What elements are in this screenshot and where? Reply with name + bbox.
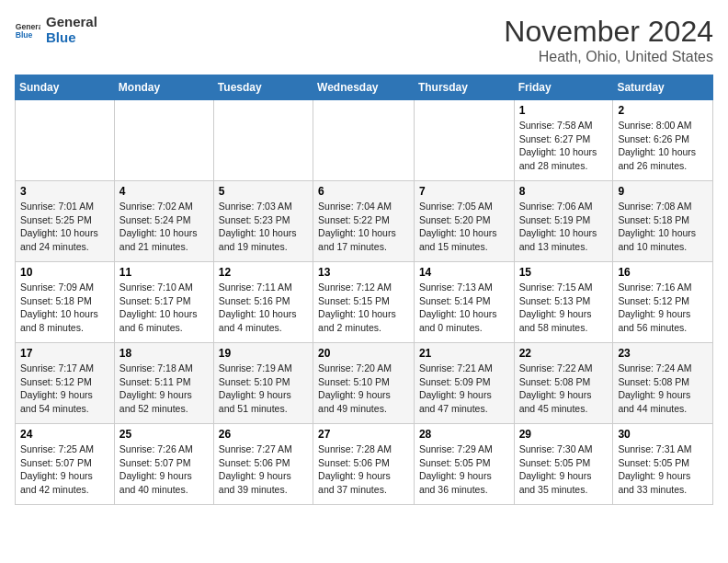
- week-row-1: 1Sunrise: 7:58 AM Sunset: 6:27 PM Daylig…: [16, 100, 713, 181]
- day-info: Sunrise: 7:06 AM Sunset: 5:19 PM Dayligh…: [519, 200, 609, 254]
- calendar-cell: 17Sunrise: 7:17 AM Sunset: 5:12 PM Dayli…: [16, 343, 115, 424]
- day-number: 14: [419, 266, 509, 279]
- calendar-cell: 4Sunrise: 7:02 AM Sunset: 5:24 PM Daylig…: [114, 181, 213, 262]
- weekday-header-row: SundayMondayTuesdayWednesdayThursdayFrid…: [16, 75, 713, 100]
- calendar-body: 1Sunrise: 7:58 AM Sunset: 6:27 PM Daylig…: [16, 100, 713, 505]
- day-number: 1: [519, 104, 609, 117]
- day-info: Sunrise: 7:01 AM Sunset: 5:25 PM Dayligh…: [20, 200, 109, 254]
- day-info: Sunrise: 7:13 AM Sunset: 5:14 PM Dayligh…: [419, 281, 509, 335]
- calendar-cell: 27Sunrise: 7:28 AM Sunset: 5:06 PM Dayli…: [313, 424, 415, 505]
- week-row-4: 17Sunrise: 7:17 AM Sunset: 5:12 PM Dayli…: [16, 343, 713, 424]
- day-number: 28: [419, 428, 509, 441]
- logo-blue: Blue: [46, 30, 97, 46]
- calendar-cell: 14Sunrise: 7:13 AM Sunset: 5:14 PM Dayli…: [414, 262, 514, 343]
- calendar-cell: 21Sunrise: 7:21 AM Sunset: 5:09 PM Dayli…: [414, 343, 514, 424]
- calendar-cell: 26Sunrise: 7:27 AM Sunset: 5:06 PM Dayli…: [213, 424, 313, 505]
- weekday-header-wednesday: Wednesday: [313, 75, 415, 100]
- day-number: 24: [20, 428, 109, 441]
- day-info: Sunrise: 7:02 AM Sunset: 5:24 PM Dayligh…: [119, 200, 209, 254]
- calendar-cell: [114, 100, 213, 181]
- day-number: 4: [119, 185, 209, 198]
- calendar-cell: 23Sunrise: 7:24 AM Sunset: 5:08 PM Dayli…: [613, 343, 713, 424]
- weekday-header-sunday: Sunday: [16, 75, 115, 100]
- day-info: Sunrise: 7:26 AM Sunset: 5:07 PM Dayligh…: [119, 442, 209, 497]
- day-info: Sunrise: 7:19 AM Sunset: 5:10 PM Dayligh…: [219, 362, 308, 416]
- week-row-2: 3Sunrise: 7:01 AM Sunset: 5:25 PM Daylig…: [16, 181, 713, 262]
- day-info: Sunrise: 7:10 AM Sunset: 5:17 PM Dayligh…: [119, 281, 209, 335]
- month-title: November 2024: [504, 15, 713, 49]
- calendar-cell: 28Sunrise: 7:29 AM Sunset: 5:05 PM Dayli…: [414, 424, 514, 505]
- day-number: 30: [618, 428, 708, 441]
- day-number: 2: [618, 104, 708, 117]
- day-info: Sunrise: 7:24 AM Sunset: 5:08 PM Dayligh…: [618, 362, 708, 416]
- svg-text:Blue: Blue: [16, 30, 33, 40]
- day-number: 10: [20, 266, 109, 279]
- day-number: 15: [519, 266, 609, 279]
- day-info: Sunrise: 7:03 AM Sunset: 5:23 PM Dayligh…: [219, 200, 308, 254]
- page-header: General Blue General Blue November 2024 …: [15, 15, 713, 65]
- calendar-cell: [16, 100, 115, 181]
- day-number: 19: [219, 347, 308, 360]
- day-number: 21: [419, 347, 509, 360]
- logo-general: General: [46, 15, 97, 30]
- day-number: 26: [219, 428, 308, 441]
- day-info: Sunrise: 7:22 AM Sunset: 5:08 PM Dayligh…: [519, 362, 609, 416]
- day-number: 13: [318, 266, 409, 279]
- day-number: 17: [20, 347, 109, 360]
- day-info: Sunrise: 7:12 AM Sunset: 5:15 PM Dayligh…: [318, 281, 409, 335]
- day-info: Sunrise: 7:21 AM Sunset: 5:09 PM Dayligh…: [419, 362, 509, 416]
- location-title: Heath, Ohio, United States: [504, 49, 713, 65]
- calendar-cell: 18Sunrise: 7:18 AM Sunset: 5:11 PM Dayli…: [114, 343, 213, 424]
- day-number: 3: [20, 185, 109, 198]
- day-number: 11: [119, 266, 209, 279]
- day-info: Sunrise: 7:25 AM Sunset: 5:07 PM Dayligh…: [20, 442, 109, 497]
- calendar-cell: 19Sunrise: 7:19 AM Sunset: 5:10 PM Dayli…: [213, 343, 313, 424]
- day-number: 23: [618, 347, 708, 360]
- day-number: 12: [219, 266, 308, 279]
- day-number: 18: [119, 347, 209, 360]
- calendar-table: SundayMondayTuesdayWednesdayThursdayFrid…: [15, 75, 713, 505]
- calendar-cell: 22Sunrise: 7:22 AM Sunset: 5:08 PM Dayli…: [514, 343, 613, 424]
- day-info: Sunrise: 7:09 AM Sunset: 5:18 PM Dayligh…: [20, 281, 109, 335]
- calendar-cell: 16Sunrise: 7:16 AM Sunset: 5:12 PM Dayli…: [613, 262, 713, 343]
- weekday-header-saturday: Saturday: [613, 75, 713, 100]
- day-number: 29: [519, 428, 609, 441]
- day-info: Sunrise: 7:18 AM Sunset: 5:11 PM Dayligh…: [119, 362, 209, 416]
- calendar-cell: [213, 100, 313, 181]
- day-info: Sunrise: 7:08 AM Sunset: 5:18 PM Dayligh…: [618, 200, 708, 254]
- calendar-cell: 15Sunrise: 7:15 AM Sunset: 5:13 PM Dayli…: [514, 262, 613, 343]
- day-info: Sunrise: 7:16 AM Sunset: 5:12 PM Dayligh…: [618, 281, 708, 335]
- day-number: 6: [318, 185, 409, 198]
- calendar-cell: [414, 100, 514, 181]
- day-number: 8: [519, 185, 609, 198]
- weekday-header-thursday: Thursday: [414, 75, 514, 100]
- day-info: Sunrise: 7:20 AM Sunset: 5:10 PM Dayligh…: [318, 362, 409, 416]
- day-info: Sunrise: 7:31 AM Sunset: 5:05 PM Dayligh…: [618, 442, 708, 497]
- title-section: November 2024 Heath, Ohio, United States: [504, 15, 713, 65]
- day-number: 20: [318, 347, 409, 360]
- calendar-cell: 25Sunrise: 7:26 AM Sunset: 5:07 PM Dayli…: [114, 424, 213, 505]
- calendar-cell: [313, 100, 415, 181]
- calendar-cell: 11Sunrise: 7:10 AM Sunset: 5:17 PM Dayli…: [114, 262, 213, 343]
- weekday-header-monday: Monday: [114, 75, 213, 100]
- calendar-cell: 2Sunrise: 8:00 AM Sunset: 6:26 PM Daylig…: [613, 100, 713, 181]
- logo-icon: General Blue: [15, 21, 40, 40]
- calendar-cell: 9Sunrise: 7:08 AM Sunset: 5:18 PM Daylig…: [613, 181, 713, 262]
- calendar-cell: 5Sunrise: 7:03 AM Sunset: 5:23 PM Daylig…: [213, 181, 313, 262]
- day-info: Sunrise: 7:15 AM Sunset: 5:13 PM Dayligh…: [519, 281, 609, 335]
- day-number: 7: [419, 185, 509, 198]
- calendar-cell: 7Sunrise: 7:05 AM Sunset: 5:20 PM Daylig…: [414, 181, 514, 262]
- day-info: Sunrise: 7:28 AM Sunset: 5:06 PM Dayligh…: [318, 442, 409, 497]
- day-info: Sunrise: 7:05 AM Sunset: 5:20 PM Dayligh…: [419, 200, 509, 254]
- calendar-cell: 8Sunrise: 7:06 AM Sunset: 5:19 PM Daylig…: [514, 181, 613, 262]
- day-number: 25: [119, 428, 209, 441]
- day-info: Sunrise: 8:00 AM Sunset: 6:26 PM Dayligh…: [618, 119, 708, 173]
- calendar-cell: 1Sunrise: 7:58 AM Sunset: 6:27 PM Daylig…: [514, 100, 613, 181]
- day-number: 9: [618, 185, 708, 198]
- weekday-header-tuesday: Tuesday: [213, 75, 313, 100]
- calendar-cell: 24Sunrise: 7:25 AM Sunset: 5:07 PM Dayli…: [16, 424, 115, 505]
- calendar-cell: 6Sunrise: 7:04 AM Sunset: 5:22 PM Daylig…: [313, 181, 415, 262]
- week-row-3: 10Sunrise: 7:09 AM Sunset: 5:18 PM Dayli…: [16, 262, 713, 343]
- calendar-cell: 3Sunrise: 7:01 AM Sunset: 5:25 PM Daylig…: [16, 181, 115, 262]
- calendar-cell: 13Sunrise: 7:12 AM Sunset: 5:15 PM Dayli…: [313, 262, 415, 343]
